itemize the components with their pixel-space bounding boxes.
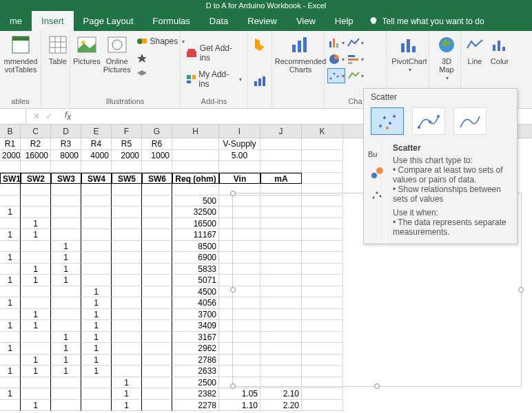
svg-rect-25 <box>333 39 335 47</box>
svg-point-43 <box>389 122 391 125</box>
bar-chart-button[interactable]: ▾ <box>347 52 365 67</box>
recommended-pivottables-button[interactable]: mmended votTables <box>3 32 39 74</box>
svg-rect-34 <box>401 43 405 52</box>
scatter-smooth-option[interactable] <box>412 107 445 135</box>
svg-point-31 <box>330 78 332 80</box>
svg-rect-12 <box>142 39 147 43</box>
recommended-charts-button[interactable]: Recommended Charts <box>275 32 326 74</box>
svg-rect-1 <box>12 36 29 41</box>
svg-point-33 <box>337 76 339 78</box>
bing-maps-button[interactable] <box>249 32 271 56</box>
lightbulb-icon <box>369 17 378 26</box>
svg-rect-17 <box>187 81 191 83</box>
scatter-plain-option[interactable] <box>371 107 404 135</box>
get-addins-button[interactable]: Get Add-ins <box>183 42 245 64</box>
svg-rect-20 <box>263 76 265 86</box>
svg-rect-38 <box>493 45 495 51</box>
cancel-icon[interactable]: ✕ <box>33 112 40 121</box>
tab-page-layout[interactable]: Page Layout <box>74 11 143 31</box>
tell-me[interactable]: Tell me what you want to do <box>369 11 484 31</box>
svg-rect-24 <box>329 41 331 47</box>
surface-chart-button[interactable]: ▾ <box>347 68 365 83</box>
svg-rect-36 <box>412 46 416 52</box>
3d-map-button[interactable]: 3D Map▾ <box>432 32 461 81</box>
store-icon <box>186 48 197 58</box>
title-bar: D to A for Arduino Workbook - Excel <box>0 0 532 11</box>
scatter-smooth-nomarker-option[interactable] <box>453 107 487 135</box>
fx-icon[interactable]: fx <box>59 110 71 122</box>
scatter-chart-button[interactable]: ▾ <box>327 68 345 83</box>
svg-rect-16 <box>192 75 196 79</box>
tab-review[interactable]: Review <box>238 11 287 31</box>
svg-rect-23 <box>303 37 307 52</box>
resize-handle[interactable] <box>230 383 236 389</box>
tab-data[interactable]: Data <box>200 11 238 31</box>
addins-group-label: Add-ins <box>183 97 245 107</box>
svg-point-11 <box>137 39 143 44</box>
people-graph-button[interactable] <box>251 74 269 89</box>
icons-button[interactable] <box>134 52 188 64</box>
table-button[interactable]: Table <box>44 32 72 65</box>
sparkline-column-button[interactable]: Colur <box>489 32 511 65</box>
svg-point-51 <box>373 197 375 199</box>
popover-section-title: Scatter <box>364 89 517 103</box>
svg-rect-2 <box>50 36 66 53</box>
svg-rect-14 <box>188 49 195 51</box>
table-row[interactable]: 1123821.052.10 <box>0 388 532 400</box>
svg-rect-40 <box>502 47 505 51</box>
svg-point-47 <box>429 120 431 123</box>
online-pictures-button[interactable]: Online Pictures <box>103 32 131 74</box>
more-scatter-option[interactable] <box>368 187 386 202</box>
svg-point-49 <box>371 173 377 178</box>
tables-group-label: ables <box>3 97 38 107</box>
bubble-label: Bu <box>368 150 381 158</box>
tab-home[interactable]: me <box>0 11 32 31</box>
addins-icon <box>186 74 196 84</box>
svg-point-42 <box>383 116 386 119</box>
svg-point-50 <box>376 167 383 174</box>
svg-rect-18 <box>254 81 257 86</box>
my-addins-button[interactable]: My Add-ins▾ <box>183 68 245 90</box>
svg-rect-28 <box>348 55 355 57</box>
table-row[interactable]: 1122781.102.20 <box>0 400 532 412</box>
tab-insert[interactable]: Insert <box>32 11 74 31</box>
svg-point-53 <box>380 195 382 198</box>
svg-rect-39 <box>498 41 500 51</box>
svg-rect-22 <box>298 41 301 52</box>
illustrations-group-label: Illustrations <box>73 97 177 107</box>
resize-handle[interactable] <box>230 191 236 196</box>
sparkline-line-button[interactable]: Line <box>464 32 486 65</box>
svg-point-44 <box>393 115 396 118</box>
bubble-option[interactable] <box>368 165 386 180</box>
pie-chart-button[interactable]: ▾ <box>327 52 345 67</box>
svg-point-45 <box>386 127 389 129</box>
svg-point-46 <box>418 126 420 129</box>
3d-models-button[interactable] <box>134 68 188 81</box>
tab-view[interactable]: View <box>287 11 325 31</box>
svg-rect-9 <box>108 37 126 52</box>
enter-icon[interactable]: ✓ <box>45 112 52 121</box>
resize-handle[interactable] <box>518 287 524 293</box>
pivotchart-button[interactable]: PivotChart▾ <box>389 32 429 73</box>
svg-point-41 <box>379 125 382 127</box>
line-chart-button[interactable]: ▾ <box>347 35 365 50</box>
scatter-tooltip: Scatter Bu Scatter Use this chart type t… <box>363 88 518 244</box>
shapes-button[interactable]: Shapes▾ <box>134 35 188 47</box>
column-chart-button[interactable]: ▾ <box>327 35 345 50</box>
tab-help[interactable]: Help <box>325 11 363 31</box>
tooltip-body: Scatter Use this chart type to: • Compar… <box>386 139 517 244</box>
tell-me-label: Tell me what you want to do <box>382 17 484 26</box>
svg-rect-15 <box>187 75 191 79</box>
pictures-button[interactable]: Pictures <box>73 32 101 65</box>
svg-rect-30 <box>348 62 352 64</box>
name-box[interactable] <box>0 109 26 124</box>
tab-formulas[interactable]: Formulas <box>143 11 200 31</box>
svg-rect-21 <box>292 45 296 52</box>
svg-rect-13 <box>187 51 196 57</box>
svg-rect-26 <box>336 43 338 47</box>
svg-point-48 <box>437 115 440 118</box>
svg-rect-29 <box>348 59 358 61</box>
svg-rect-19 <box>258 78 261 86</box>
resize-handle[interactable] <box>230 287 236 293</box>
resize-handle[interactable] <box>374 383 380 389</box>
